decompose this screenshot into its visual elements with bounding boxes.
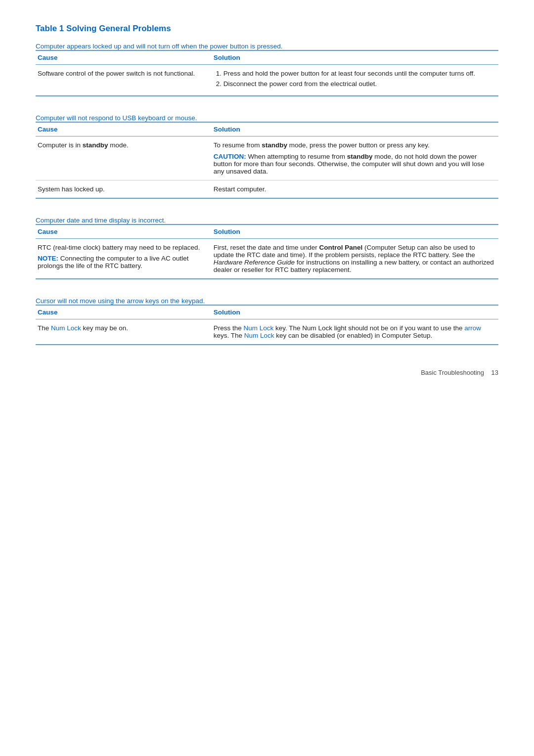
cause-cell-1-1: Software control of the power switch is …: [36, 65, 212, 96]
col-solution-header-1: Solution: [212, 50, 498, 65]
section-3-heading: Computer date and time display is incorr…: [36, 217, 498, 224]
arrow-link-sol: arrow: [464, 324, 481, 332]
num-lock-link-sol2: Num Lock: [244, 332, 274, 339]
section-4-heading: Cursor will not move using the arrow key…: [36, 297, 498, 305]
solution-item: Disconnect the power cord from the elect…: [223, 80, 494, 88]
caution-label: CAUTION:: [214, 153, 246, 160]
table-row: The Num Lock key may be on. Press the Nu…: [36, 319, 498, 345]
note-label: NOTE:: [38, 255, 58, 262]
cause-cell-4-1: The Num Lock key may be on.: [36, 319, 212, 345]
solution-item: Press and hold the power button for at l…: [223, 70, 494, 77]
page-footer: Basic Troubleshooting 13: [36, 369, 498, 376]
table-row: System has locked up. Restart computer.: [36, 180, 498, 199]
num-lock-link-cause: Num Lock: [51, 324, 81, 332]
num-lock-link-sol1: Num Lock: [243, 324, 273, 332]
table-1: Cause Solution Software control of the p…: [36, 50, 498, 96]
col-solution-header-3: Solution: [212, 224, 498, 239]
table-3: Cause Solution RTC (real-time clock) bat…: [36, 224, 498, 279]
table-row: Computer is in standby mode. To resume f…: [36, 136, 498, 180]
table-row: RTC (real-time clock) battery may need t…: [36, 239, 498, 279]
table-2: Cause Solution Computer is in standby mo…: [36, 122, 498, 199]
solution-cell-2-2: Restart computer.: [212, 180, 498, 199]
page-number: 13: [491, 369, 498, 376]
solution-cell-2-1: To resume from standby mode, press the p…: [212, 136, 498, 180]
col-cause-header-1: Cause: [36, 50, 212, 65]
col-cause-header-3: Cause: [36, 224, 212, 239]
cause-cell-2-2: System has locked up.: [36, 180, 212, 199]
section-2: Computer will not respond to USB keyboar…: [36, 114, 498, 199]
table-title: Table 1 Solving General Problems: [36, 24, 498, 34]
note-text: Connecting the computer to a live AC out…: [38, 255, 188, 269]
section-1: Computer appears locked up and will not …: [36, 43, 498, 96]
cause-cell-3-1: RTC (real-time clock) battery may need t…: [36, 239, 212, 279]
col-solution-header-4: Solution: [212, 305, 498, 319]
col-solution-header-2: Solution: [212, 122, 498, 136]
table-4: Cause Solution The Num Lock key may be o…: [36, 305, 498, 345]
cause-cell-2-1: Computer is in standby mode.: [36, 136, 212, 180]
section-3: Computer date and time display is incorr…: [36, 217, 498, 279]
section-1-heading: Computer appears locked up and will not …: [36, 43, 498, 50]
col-cause-header-4: Cause: [36, 305, 212, 319]
section-4: Cursor will not move using the arrow key…: [36, 297, 498, 345]
solution-cell-4-1: Press the Num Lock key. The Num Lock lig…: [212, 319, 498, 345]
footer-text: Basic Troubleshooting: [421, 369, 484, 376]
table-row: Software control of the power switch is …: [36, 65, 498, 96]
section-2-heading: Computer will not respond to USB keyboar…: [36, 114, 498, 122]
solution-cell-1-1: Press and hold the power button for at l…: [212, 65, 498, 96]
solution-cell-3-1: First, reset the date and time under Con…: [212, 239, 498, 279]
caution-text: When attempting to resume from standby m…: [214, 153, 485, 175]
col-cause-header-2: Cause: [36, 122, 212, 136]
table-title-text: Table 1 Solving General Problems: [36, 24, 171, 33]
